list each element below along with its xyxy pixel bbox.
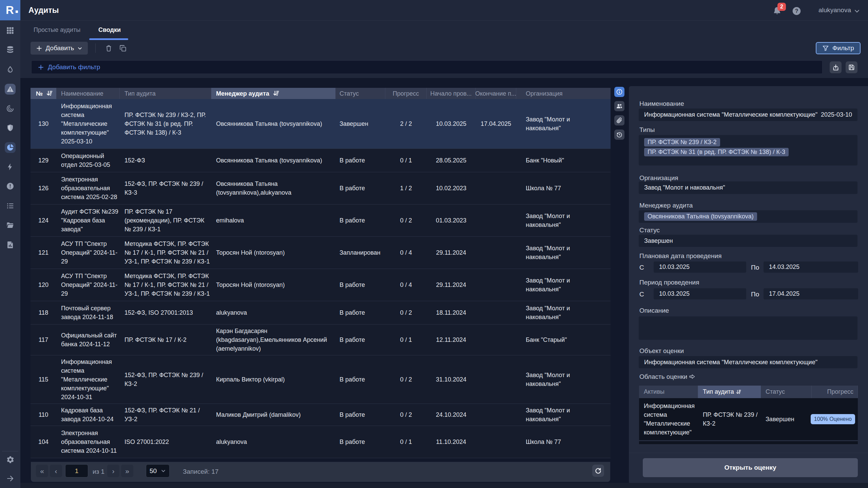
svg-text:?: ? (795, 8, 798, 14)
